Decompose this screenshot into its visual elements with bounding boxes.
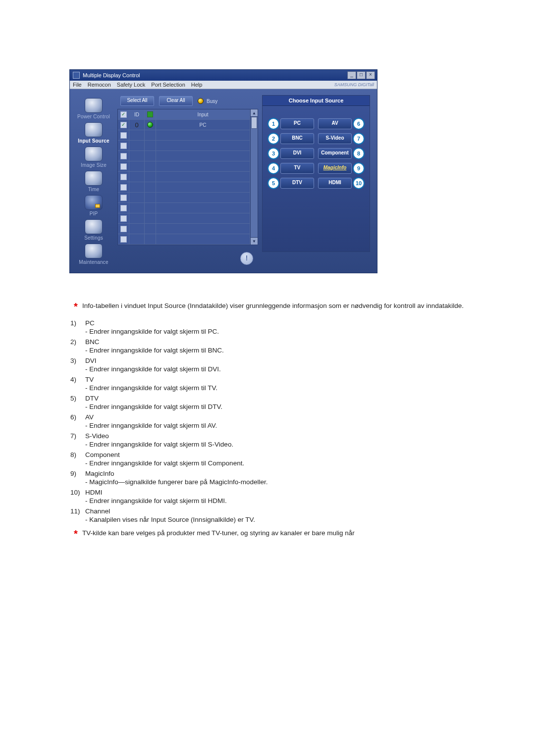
source-component[interactable]: Component: [318, 148, 352, 159]
list-desc: - Endrer inngangskilde for valgt skjerm …: [85, 497, 466, 504]
table-row[interactable]: [118, 203, 250, 213]
panel-title: Choose Input Source: [263, 96, 370, 106]
list-title: HDMI: [85, 489, 466, 496]
list-desc: - Endrer inngangskilde for valgt skjerm …: [85, 403, 466, 410]
row-checkbox[interactable]: [120, 163, 127, 170]
list-item: 6) AV - Endrer inngangskilde for valgt s…: [69, 413, 466, 429]
app-title: Multiple Display Control: [83, 72, 140, 78]
row-input: [156, 193, 250, 202]
source-pc[interactable]: PC: [280, 118, 314, 129]
list-number: 5): [69, 395, 85, 410]
source-av[interactable]: AV: [318, 118, 352, 129]
row-id: [129, 203, 145, 213]
input-source-panel: Choose Input Source 1 PCAV 62 BNCS-Video…: [262, 95, 370, 252]
row-id: [129, 182, 145, 192]
list-number: 2): [69, 338, 85, 354]
source-dtv[interactable]: DTV: [280, 178, 314, 189]
sidebar-item-maintenance[interactable]: Maintenance: [79, 244, 108, 265]
menu-file[interactable]: File: [73, 82, 82, 88]
row-checkbox[interactable]: [120, 226, 127, 232]
sidebar-item-power-control[interactable]: Power Control: [77, 98, 110, 119]
row-input: PC: [156, 120, 250, 130]
table-row[interactable]: [118, 213, 250, 224]
scroll-down-button[interactable]: ▼: [251, 237, 258, 245]
table-row[interactable]: [118, 224, 250, 234]
row-input: [156, 224, 250, 234]
clear-all-button[interactable]: Clear All: [159, 96, 193, 106]
close-button[interactable]: ×: [366, 71, 375, 79]
list-item: 1) PC - Endrer inngangskilde for valgt s…: [69, 319, 466, 335]
list-item: 11) Channel - Kanalpilen vises når Input…: [69, 507, 466, 523]
sidebar-item-input-source[interactable]: Input Source: [78, 122, 109, 144]
menu-remocon[interactable]: Remocon: [88, 82, 111, 88]
table-row[interactable]: [118, 130, 250, 141]
col-id[interactable]: ID: [129, 109, 145, 119]
list-item: 5) DTV - Endrer inngangskilde for valgt …: [69, 395, 466, 410]
list-number: 10): [69, 489, 85, 504]
source-tv[interactable]: TV: [280, 163, 314, 174]
row-checkbox[interactable]: [120, 236, 127, 243]
row-id: [129, 130, 145, 140]
menu-safety-lock[interactable]: Safety Lock: [117, 82, 145, 88]
app-window: Multiple Display Control _ □ × File Remo…: [69, 69, 377, 273]
col-input[interactable]: Input: [156, 109, 250, 119]
row-checkbox[interactable]: [120, 184, 127, 191]
col-check[interactable]: [118, 109, 129, 119]
row-checkbox[interactable]: [120, 195, 127, 201]
sidebar-icon: [85, 244, 103, 258]
sidebar-icon: [85, 98, 103, 113]
list-number: 11): [69, 507, 85, 523]
table-row[interactable]: [118, 172, 250, 182]
table-row[interactable]: [118, 161, 250, 172]
minimize-button[interactable]: _: [347, 71, 356, 79]
sidebar-label: Image Size: [81, 162, 107, 168]
source-bnc[interactable]: BNC: [280, 133, 314, 144]
table-row[interactable]: 0 PC: [118, 120, 250, 130]
brand-logo: SAMSUNG DIGITall: [334, 82, 374, 87]
table-row[interactable]: [118, 151, 250, 161]
sidebar-item-time[interactable]: Time: [85, 171, 103, 192]
sidebar-label: Settings: [84, 235, 103, 241]
list-title: Component: [85, 451, 466, 458]
sidebar-item-pip[interactable]: PIP: [85, 195, 103, 216]
source-dvi[interactable]: DVI: [280, 148, 314, 159]
scroll-up-button[interactable]: ▲: [251, 109, 258, 117]
row-checkbox[interactable]: [120, 205, 127, 211]
list-item: 2) BNC - Endrer inngangskilde for valgt …: [69, 338, 466, 354]
row-checkbox[interactable]: [120, 153, 127, 159]
scroll-thumb[interactable]: [251, 117, 257, 129]
table-row[interactable]: [118, 141, 250, 151]
select-all-button[interactable]: Select All: [120, 96, 154, 106]
row-checkbox[interactable]: [120, 174, 127, 180]
row-checkbox[interactable]: [120, 215, 127, 222]
row-checkbox[interactable]: [120, 132, 127, 139]
list-number: 3): [69, 357, 85, 373]
table-row[interactable]: [118, 234, 250, 245]
source-magicinfo[interactable]: MagicInfo: [318, 163, 352, 174]
col-status[interactable]: [145, 109, 156, 119]
sidebar-icon: [85, 122, 103, 137]
description-block: * Info-tabellen i vinduet Input Source (…: [69, 301, 466, 540]
sidebar-item-settings[interactable]: Settings: [84, 219, 103, 241]
table-scrollbar[interactable]: ▲ ▼: [251, 109, 258, 245]
menu-port-selection[interactable]: Port Selection: [151, 82, 185, 88]
maximize-button[interactable]: □: [357, 71, 366, 79]
row-checkbox[interactable]: [120, 143, 127, 149]
list-title: DVI: [85, 357, 466, 364]
list-title: S-Video: [85, 432, 466, 440]
row-checkbox[interactable]: [120, 122, 127, 128]
menu-help[interactable]: Help: [191, 82, 203, 88]
sidebar-item-image-size[interactable]: Image Size: [81, 147, 107, 168]
scroll-track[interactable]: [251, 117, 258, 237]
display-table: ID Input 0 PC: [117, 109, 251, 245]
info-icon[interactable]: !: [240, 252, 253, 265]
callout-3: 3: [268, 148, 279, 159]
table-row[interactable]: [118, 182, 250, 193]
list-title: MagicInfo: [85, 470, 466, 477]
table-row[interactable]: [118, 193, 250, 203]
source-hdmi[interactable]: HDMI: [318, 178, 352, 189]
menubar: File Remocon Safety Lock Port Selection …: [70, 81, 377, 89]
source-s-video[interactable]: S-Video: [318, 133, 352, 144]
list-title: DTV: [85, 395, 466, 402]
titlebar: Multiple Display Control _ □ ×: [70, 70, 377, 81]
